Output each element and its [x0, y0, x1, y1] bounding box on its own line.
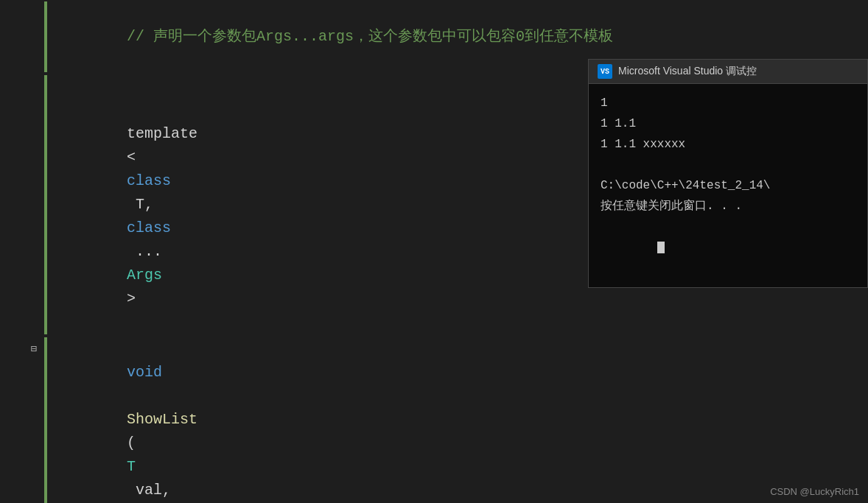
code-line-showlist-sig: ⊟ void ShowList ( T val, Args ... args ) [0, 336, 868, 503]
editor-container: // 声明一个参数包Args...args，这个参数包中可以包容0到任意不模板 … [0, 0, 868, 503]
code-text: void ShowList ( T val, Args ... args ) [53, 337, 868, 503]
comment-text: // 声明一个参数包Args...args，这个参数包中可以包容0到任意不模板 [127, 28, 613, 45]
vs-icon: VS [598, 64, 612, 79]
watermark-text: CSDN @LuckyRich1 [770, 486, 859, 497]
output-line-3: 1 1.1 xxxxxx [601, 134, 855, 155]
vs-icon-text: VS [601, 68, 609, 76]
csdn-watermark: CSDN @LuckyRich1 [770, 486, 859, 497]
green-bar [44, 337, 47, 503]
output-line-2: 1 1.1 [601, 113, 855, 134]
output-line-1: 1 [601, 93, 855, 113]
green-bar [44, 1, 47, 72]
output-line-path: C:\code\C++\24test_2_14\ [601, 175, 855, 196]
output-content: 1 1 1.1 1 1.1 xxxxxx C:\code\C++\24test_… [589, 84, 867, 287]
output-titlebar: VS Microsoft Visual Studio 调试控 [589, 60, 867, 84]
gutter-fold: ⊟ [0, 337, 44, 361]
green-bar [44, 75, 47, 334]
output-line-empty [601, 155, 855, 175]
fold-icon[interactable]: ⊟ [31, 337, 37, 361]
output-title: Microsoft Visual Studio 调试控 [618, 65, 757, 78]
keyword-template: template [127, 125, 206, 142]
output-window: VS Microsoft Visual Studio 调试控 1 1 1.1 1… [588, 59, 868, 288]
output-cursor-block [657, 242, 665, 253]
output-line-prompt: 按任意键关闭此窗口. . . [601, 196, 855, 217]
output-line-cursor [601, 217, 855, 278]
